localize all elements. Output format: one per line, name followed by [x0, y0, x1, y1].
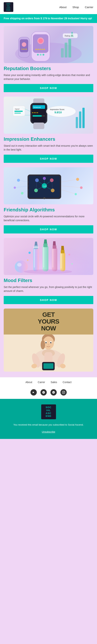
logo[interactable]: SOC IAL ASC END: [4, 2, 13, 12]
product-image-reputation: ★★★★★ ★★★★ Rating: 95: [4, 26, 93, 63]
main-content: ★★★★★ ★★★★ Rating: 95 Re: [0, 23, 97, 377]
svg-text:9.8/10: 9.8/10: [55, 111, 62, 114]
product-section-impression: Enhanced ★★★★ Impression Score: 9.8/10 S…: [4, 96, 93, 163]
product-desc-mood: Set the perfect mood wherever you go, fr…: [4, 285, 93, 293]
product-desc-reputation: Raise your social rating instantly with …: [4, 73, 93, 81]
promo-banner: Free shipping on orders from $ 179 to No…: [0, 14, 97, 23]
footer-bottom: SOC IAL ASC END You received this email …: [0, 399, 97, 439]
svg-text:★★★★: ★★★★: [21, 48, 27, 50]
svg-point-97: [41, 340, 45, 349]
footer-logo-text: SOC IAL ASC END: [46, 406, 51, 418]
social-icons-row: [0, 387, 97, 399]
svg-line-59: [18, 180, 29, 182]
svg-point-89: [68, 254, 70, 256]
product-section-friendship: HUB: [4, 167, 93, 234]
svg-point-92: [24, 270, 72, 274]
svg-rect-37: [79, 112, 81, 128]
logo-text: SOC IAL ASC END: [6, 3, 11, 11]
svg-rect-85: [61, 250, 65, 253]
cta-section: GET YOURS NOW: [4, 308, 93, 372]
svg-text:Impression Score:: Impression Score:: [50, 108, 65, 110]
svg-rect-83: [52, 249, 53, 268]
product-title-reputation: Reputation Boosters: [4, 66, 93, 72]
svg-point-8: [42, 54, 44, 56]
svg-text:Signal: Signal: [15, 108, 19, 110]
footer-nav: About Carrer Sales Contact: [0, 377, 97, 387]
svg-rect-108: [43, 363, 53, 369]
footer-nav-sales[interactable]: Sales: [51, 381, 57, 384]
svg-point-7: [40, 54, 42, 56]
svg-rect-26: [33, 122, 44, 129]
footer-logo[interactable]: SOC IAL ASC END: [41, 404, 56, 419]
product-title-impression: Impression Enhancers: [4, 136, 93, 142]
site-header: SOC IAL ASC END About Shop Carrier: [0, 0, 97, 14]
svg-point-88: [28, 252, 31, 254]
footer: About Carrer Sales Contact: [0, 377, 97, 439]
shop-now-button-friendship[interactable]: SHOP NOW: [4, 225, 93, 234]
svg-point-90: [71, 263, 73, 264]
product-desc-friendship: Optimize your social circle with AI-powe…: [4, 214, 93, 222]
svg-text:Rating: 95: Rating: 95: [65, 35, 73, 37]
shop-now-button-reputation[interactable]: SHOP NOW: [4, 84, 93, 92]
svg-rect-87: [61, 254, 62, 268]
product-title-friendship: Friendship Algorithms: [4, 207, 93, 213]
svg-point-91: [27, 260, 28, 261]
cta-person: [4, 334, 93, 372]
svg-rect-79: [43, 247, 44, 268]
svg-rect-9: [61, 48, 64, 58]
svg-line-67: [61, 190, 76, 194]
svg-marker-86: [61, 246, 64, 250]
svg-point-14: [22, 42, 26, 47]
unsubscribe-link[interactable]: Unsubscribe: [42, 430, 55, 433]
svg-rect-38: [82, 108, 85, 128]
svg-point-73: [33, 246, 39, 248]
shop-now-button-mood[interactable]: SHOP NOW: [4, 296, 93, 304]
footer-nav-carrier[interactable]: Carrer: [38, 381, 45, 384]
svg-line-60: [15, 186, 29, 188]
nav-carrier[interactable]: Carrier: [85, 6, 93, 9]
svg-rect-11: [68, 39, 71, 58]
footer-tagline: You received this email because you subs…: [4, 423, 93, 427]
social-icon-messenger[interactable]: [50, 389, 57, 396]
shop-now-button-impression[interactable]: SHOP NOW: [4, 155, 93, 163]
cta-top: GET YOURS NOW: [4, 308, 93, 334]
product-section-mood: Mood Filters Set the perfect mood wherev…: [4, 238, 93, 304]
main-nav: About Shop Carrier: [59, 6, 93, 9]
svg-point-55: [43, 197, 45, 199]
svg-point-113: [48, 344, 49, 346]
footer-nav-contact[interactable]: Contact: [63, 381, 72, 384]
product-section-reputation: ★★★★★ ★★★★ Rating: 95 Re: [4, 26, 93, 92]
product-desc-impression: Stand out in every interaction with smar…: [4, 144, 93, 152]
banner-text: Free shipping on orders from $ 179 to No…: [4, 17, 92, 20]
svg-marker-78: [44, 240, 47, 244]
footer-nav-about[interactable]: About: [25, 381, 32, 384]
svg-text:Enhanced: Enhanced: [34, 106, 41, 108]
social-icon-instagram[interactable]: [60, 389, 67, 396]
social-icon-video[interactable]: [30, 389, 37, 396]
svg-rect-25: [32, 115, 42, 117]
svg-point-112: [50, 342, 51, 343]
svg-rect-35: [14, 112, 21, 114]
svg-line-66: [61, 186, 81, 188]
svg-rect-10: [65, 43, 67, 58]
svg-marker-82: [53, 241, 56, 245]
svg-text:★★★★: ★★★★: [32, 112, 38, 114]
product-image-friendship: HUB: [4, 167, 93, 204]
svg-text:★★★★★: ★★★★★: [35, 48, 45, 50]
cta-text: GET YOURS NOW: [38, 311, 59, 332]
svg-point-111: [45, 342, 47, 343]
nav-shop[interactable]: Shop: [72, 6, 79, 9]
svg-rect-36: [76, 117, 78, 128]
svg-rect-34: [14, 111, 23, 112]
svg-point-4: [38, 38, 43, 43]
svg-rect-81: [53, 245, 56, 249]
svg-rect-77: [43, 244, 47, 247]
svg-rect-75: [34, 249, 35, 268]
product-image-mood: [4, 238, 93, 275]
social-icon-yelp[interactable]: [40, 389, 47, 396]
svg-line-65: [61, 179, 78, 182]
product-title-mood: Mood Filters: [4, 278, 93, 283]
svg-point-70: [17, 263, 22, 267]
product-image-impression: Enhanced ★★★★ Impression Score: 9.8/10 S…: [4, 96, 93, 134]
nav-about[interactable]: About: [59, 6, 67, 9]
